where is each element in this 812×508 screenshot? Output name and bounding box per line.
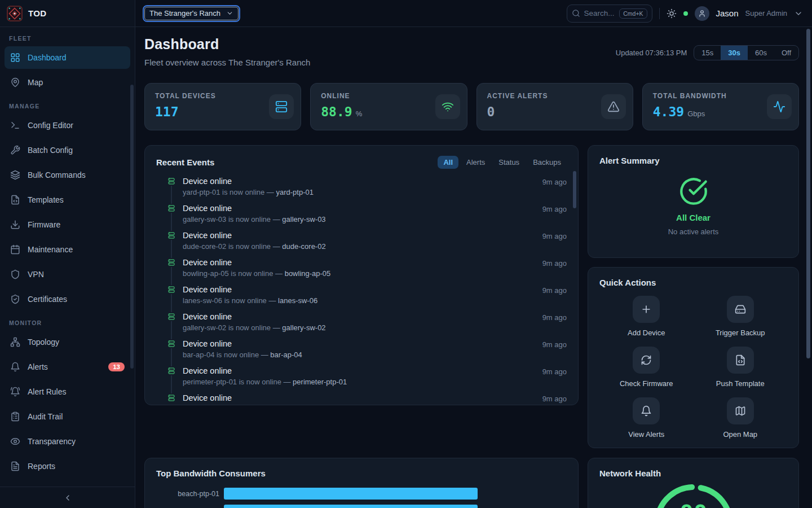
event-title: Device online (183, 231, 536, 240)
event-title: Device online (183, 204, 536, 213)
sidebar-item-audit-trail[interactable]: Audit Trail (5, 405, 130, 428)
download-icon (10, 220, 20, 230)
topbar: The Stranger's Ranch Search... Cmd+K Jas… (135, 0, 812, 27)
layout-grid-icon (10, 52, 20, 63)
bandwidth-row: beach-ptp-01 (156, 488, 567, 500)
event-row: Device onlinebowling-ap-05 is now online… (156, 257, 567, 284)
event-row: Device onlineyard-ptp-01 is now online —… (156, 176, 567, 203)
stat-value: 0 (487, 104, 495, 119)
refresh-option-30s[interactable]: 30s (721, 46, 748, 60)
quick-actions-panel: Quick Actions Add DeviceTrigger BackupCh… (588, 267, 799, 448)
sidebar-item-map[interactable]: Map (5, 71, 130, 94)
events-tab-status[interactable]: Status (493, 156, 525, 169)
events-tab-all[interactable]: All (438, 156, 458, 169)
search-placeholder: Search... (584, 9, 615, 17)
user-menu-chevron-icon[interactable] (794, 9, 803, 18)
sidebar-item-dashboard[interactable]: Dashboard (5, 46, 130, 69)
sidebar-item-batch-config[interactable]: Batch Config (5, 139, 130, 161)
stat-value: 88.9 (321, 104, 352, 119)
sidebar-item-label: VPN (28, 270, 44, 279)
event-subtitle: bowling-ap-05 is now online — bowling-ap… (183, 269, 536, 278)
user-name: Jason (716, 8, 739, 18)
events-tab-backups[interactable]: Backups (527, 156, 567, 169)
events-tab-alerts[interactable]: Alerts (461, 156, 491, 169)
sidebar-scrollbar[interactable] (130, 85, 134, 369)
stat-value: 117 (155, 104, 179, 119)
bandwidth-bar-track (224, 488, 567, 500)
quick-action-label: Open Map (723, 430, 757, 439)
server-icon (275, 100, 288, 113)
bell-icon (10, 362, 20, 372)
refresh-option-off[interactable]: Off (774, 46, 798, 60)
sidebar-item-label: Audit Trail (28, 412, 63, 421)
quick-action-tile (727, 296, 754, 323)
event-device: gallery-sw-02 (282, 323, 325, 332)
event-time: 9m ago (542, 177, 567, 186)
sidebar-item-label: Alerts (28, 362, 48, 371)
event-time: 9m ago (542, 258, 567, 268)
sidebar-item-topology[interactable]: Topology (5, 331, 130, 353)
sidebar-item-alert-rules[interactable]: Alert Rules (5, 380, 130, 403)
file-code-icon (10, 195, 20, 205)
events-scrollbar[interactable] (573, 171, 576, 208)
avatar[interactable] (695, 6, 709, 21)
sidebar-item-maintenance[interactable]: Maintenance (5, 238, 130, 261)
sidebar-item-config-editor[interactable]: Config Editor (5, 114, 130, 137)
event-subtitle: perimeter-ptp-01 is now online — perimet… (183, 378, 536, 386)
stat-icon-tile (601, 94, 626, 119)
sidebar-item-label: Config Editor (28, 121, 73, 130)
quick-action-add-device[interactable]: Add Device (628, 296, 665, 337)
stat-icon-tile (435, 94, 460, 119)
quick-actions-title: Quick Actions (599, 278, 656, 287)
file-code-icon (735, 354, 746, 366)
network-health-title: Network Health (599, 468, 661, 478)
bandwidth-bar-track (224, 505, 567, 508)
sidebar-item-reports[interactable]: Reports (5, 455, 130, 478)
sidebar-header: TOD (0, 0, 135, 27)
sidebar-item-label: Firmware (28, 220, 60, 229)
sidebar-item-vpn[interactable]: VPN (5, 263, 130, 286)
circle-check-icon (679, 177, 708, 206)
site-selector[interactable]: The Stranger's Ranch (144, 7, 239, 20)
sidebar-item-certificates[interactable]: Certificates (5, 288, 130, 310)
sidebar-collapse[interactable] (0, 487, 135, 508)
sidebar-item-bulk-commands[interactable]: Bulk Commands (5, 164, 130, 186)
user-icon (698, 10, 706, 17)
refresh-option-15s[interactable]: 15s (694, 46, 721, 60)
quick-action-open-map[interactable]: Open Map (723, 397, 757, 439)
refresh-option-60s[interactable]: 60s (748, 46, 774, 60)
server-icon (167, 177, 176, 186)
sidebar-item-label: Dashboard (28, 53, 67, 62)
quick-action-view-alerts[interactable]: View Alerts (628, 397, 664, 439)
event-device: yard-ptp-01 (276, 188, 313, 196)
search-input[interactable]: Search... Cmd+K (567, 5, 652, 23)
event-row: Device onlinebar-ap-04 is now online — b… (156, 338, 567, 365)
network-health-panel: Network Health 98 (588, 458, 799, 508)
quick-actions-grid: Add DeviceTrigger BackupCheck FirmwarePu… (599, 296, 787, 439)
user-role: Super Admin (745, 9, 787, 17)
sidebar-item-label: Alert Rules (28, 387, 66, 396)
theme-toggle-sun-icon[interactable] (667, 8, 677, 19)
page-title: Dashboard (144, 36, 310, 52)
event-subtitle: gallery-sw-03 is now online — gallery-sw… (183, 215, 536, 224)
sidebar-item-firmware[interactable]: Firmware (5, 213, 130, 236)
alert-detail: No active alerts (668, 227, 719, 236)
eye-icon (10, 436, 20, 446)
quick-action-check-firmware[interactable]: Check Firmware (620, 347, 673, 388)
site-selector-value: The Stranger's Ranch (149, 9, 220, 17)
sidebar-item-transparency[interactable]: Transparency (5, 430, 130, 453)
event-device: bowling-ap-05 (285, 269, 331, 278)
chevron-left-icon (63, 493, 72, 502)
sidebar-item-alerts[interactable]: Alerts13 (5, 356, 130, 378)
sidebar-item-templates[interactable]: Templates (5, 189, 130, 211)
sidebar-item-label: Reports (28, 462, 55, 471)
quick-action-trigger-backup[interactable]: Trigger Backup (716, 296, 765, 337)
shield-icon (10, 269, 20, 279)
page-scrollbar[interactable] (806, 29, 810, 358)
server-icon (167, 258, 176, 267)
quick-action-label: View Alerts (628, 430, 664, 439)
quick-action-push-template[interactable]: Push Template (716, 347, 765, 388)
event-row: Device onlinegallery-sw-02 is now online… (156, 311, 567, 338)
event-device: perimeter-ptp-01 (293, 378, 347, 386)
terminal-icon (10, 120, 20, 130)
